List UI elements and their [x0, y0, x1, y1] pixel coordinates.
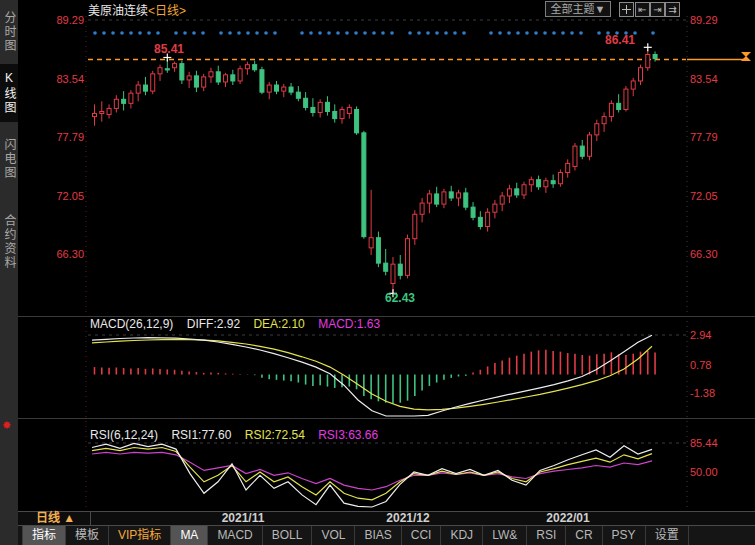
chevron-down-icon: ▼	[595, 3, 606, 15]
toolbar-tab-kdj[interactable]: KDJ	[441, 526, 483, 545]
period-selector[interactable]: 日线 ▲	[21, 511, 91, 526]
toolbar-tab-template[interactable]: 模板	[66, 526, 109, 545]
instrument-name: 美原油连续	[88, 4, 148, 18]
chevron-up-icon: ▲	[63, 511, 75, 525]
rsi1-value: RSI1:77.60	[171, 428, 231, 442]
macd-axis-label: -1.38	[690, 387, 745, 399]
sidebar-tab-kline-chart[interactable]: K线图	[0, 64, 18, 122]
price-axis-label: 66.30	[690, 248, 745, 260]
toolbar-tab-rsi[interactable]: RSI	[527, 526, 566, 545]
toolbar-tab-settings[interactable]: 设置	[646, 526, 689, 545]
month-label: 2022/01	[528, 511, 608, 526]
toolbar-tab-cci[interactable]: CCI	[402, 526, 442, 545]
macd-diff-value: DIFF:2.92	[187, 317, 240, 331]
rsi2-value: RSI2:72.54	[245, 428, 305, 442]
sidebar: 分时图K线图闪电图合约资料	[0, 0, 18, 545]
marked-high-label: 85.41	[147, 42, 191, 56]
toolbar-tab-vol[interactable]: VOL	[312, 526, 355, 545]
rsi-name: RSI(6,12,24)	[90, 428, 158, 442]
sidebar-tab-timeshare-chart[interactable]: 分时图	[0, 4, 18, 60]
macd-macd-value: MACD:1.63	[318, 317, 380, 331]
price-axis-label: 66.30	[36, 248, 84, 260]
indicator-toolbar: 指标模板VIP指标MAMACDBOLLVOLBIASCCIKDJLW&RSICR…	[18, 526, 755, 545]
price-axis-label: 89.29	[36, 14, 84, 26]
toolbar-tab-ma[interactable]: MA	[171, 526, 208, 545]
scale-left-icon[interactable]: ⇤	[635, 2, 650, 17]
macd-axis-label: 2.94	[690, 329, 745, 341]
page-forward-icon[interactable]: ⇉	[665, 2, 680, 17]
app-window: 分时图K线图闪电图合约资料 ✸ 美原油连续<日线> 全部主题▼ ⇤ ⇥ ⇉ 89…	[0, 0, 755, 545]
macd-axis-label: 0.78	[690, 359, 745, 371]
rsi-axis-label: 50.00	[690, 466, 745, 478]
month-label: 2021/11	[203, 511, 283, 526]
recent-high-label: 86.41	[598, 33, 642, 47]
sidebar-tab-lightning-chart[interactable]: 闪电图	[0, 128, 18, 190]
crosshair-icon[interactable]	[619, 2, 634, 17]
toolbar-tab-cr[interactable]: CR	[566, 526, 602, 545]
price-axis-label: 77.79	[690, 131, 745, 143]
low-label: 62.43	[378, 291, 422, 305]
toolbar-tab-indicator[interactable]: 指标	[22, 526, 66, 545]
rsi-axis-label: 85.44	[690, 437, 745, 449]
price-axis-label: 77.79	[36, 131, 84, 143]
scale-right-icon[interactable]: ⇥	[650, 2, 665, 17]
alert-blink-icon: ✸	[2, 420, 11, 431]
period-tag: <日线>	[148, 4, 186, 18]
rsi3-value: RSI3:63.66	[318, 428, 378, 442]
macd-dea-value: DEA:2.10	[253, 317, 304, 331]
rsi-caption: RSI(6,12,24) RSI1:77.60 RSI2:72.54 RSI3:…	[90, 428, 388, 442]
marker-bottom-triangle	[741, 56, 751, 61]
page-title: 美原油连续<日线>	[88, 1, 186, 18]
month-label: 2021/12	[368, 511, 448, 526]
toolbar-tab-macd[interactable]: MACD	[208, 526, 262, 545]
theme-dropdown-button[interactable]: 全部主题▼	[545, 1, 611, 17]
macd-name: MACD(26,12,9)	[90, 317, 173, 331]
macd-caption: MACD(26,12,9) DIFF:2.92 DEA:2.10 MACD:1.…	[90, 317, 390, 331]
chart-canvas[interactable]	[0, 0, 755, 545]
sidebar-tab-contract-info[interactable]: 合约资料	[0, 196, 18, 288]
price-axis-label: 72.05	[690, 190, 745, 202]
toolbar-tab-boll[interactable]: BOLL	[263, 526, 313, 545]
toolbar-tab-psy[interactable]: PSY	[603, 526, 646, 545]
toolbar-tab-vip-indicator[interactable]: VIP指标	[109, 526, 171, 545]
price-axis-label: 83.54	[690, 73, 745, 85]
toolbar-tab-lwr[interactable]: LW&	[483, 526, 527, 545]
price-axis-label: 89.29	[690, 14, 745, 26]
toolbar-tab-bias[interactable]: BIAS	[355, 526, 401, 545]
price-axis-label: 72.05	[36, 190, 84, 202]
price-axis-label: 83.54	[36, 73, 84, 85]
